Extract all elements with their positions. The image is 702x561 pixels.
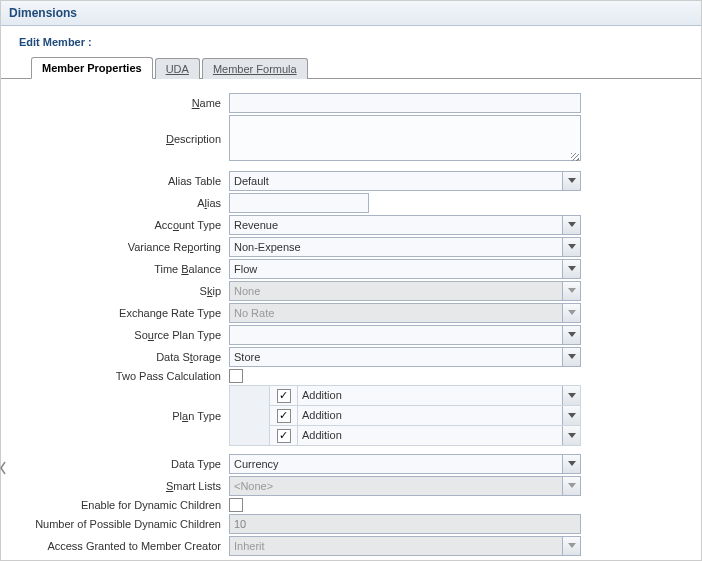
label-time-balance: Time Balance: [9, 263, 229, 275]
chevron-down-icon: [562, 426, 580, 445]
collapse-handle-icon[interactable]: [0, 460, 6, 476]
label-access-granted: Access Granted to Member Creator: [9, 540, 229, 552]
edit-member-prefix: Edit Member :: [19, 36, 92, 48]
label-enable-dynamic: Enable for Dynamic Children: [9, 499, 229, 511]
chevron-down-icon: [562, 348, 580, 366]
tab-member-properties-label: Member Properties: [42, 62, 142, 74]
form-area: Name Description Alias Table Default Ali…: [1, 79, 701, 561]
smart-lists-value: <None>: [230, 477, 562, 495]
chevron-down-icon: [562, 455, 580, 473]
tab-member-formula-label: Member Formula: [213, 63, 297, 75]
num-dynamic-value: 10: [230, 515, 580, 533]
name-input[interactable]: [229, 93, 581, 113]
tab-member-properties[interactable]: Member Properties: [31, 57, 153, 79]
enable-dynamic-checkbox[interactable]: [229, 498, 243, 512]
source-plan-type-value: [230, 326, 562, 344]
chevron-down-icon: [562, 172, 580, 190]
plan-row-checkbox[interactable]: [277, 389, 291, 403]
variance-reporting-value: Non-Expense: [230, 238, 562, 256]
exchange-rate-value: No Rate: [230, 304, 562, 322]
label-exchange-rate: Exchange Rate Type: [9, 307, 229, 319]
chevron-down-icon: [562, 386, 580, 405]
account-type-select[interactable]: Revenue: [229, 215, 581, 235]
data-storage-value: Store: [230, 348, 562, 366]
tab-member-formula[interactable]: Member Formula: [202, 58, 308, 79]
plan-row-select[interactable]: Addition: [298, 406, 580, 425]
label-description: Description: [9, 133, 229, 145]
chevron-down-icon: [562, 260, 580, 278]
tab-uda[interactable]: UDA: [155, 58, 200, 79]
data-type-select[interactable]: Currency: [229, 454, 581, 474]
plan-row-select[interactable]: Addition: [298, 386, 580, 405]
time-balance-select[interactable]: Flow: [229, 259, 581, 279]
subheader: Edit Member :: [1, 26, 701, 56]
source-plan-type-select[interactable]: [229, 325, 581, 345]
label-alias-table: Alias Table: [9, 175, 229, 187]
chevron-down-icon: [562, 406, 580, 425]
chevron-down-icon: [562, 477, 580, 495]
data-storage-select[interactable]: Store: [229, 347, 581, 367]
page-header: Dimensions: [1, 1, 701, 26]
tab-uda-label: UDA: [166, 63, 189, 75]
page-title: Dimensions: [9, 6, 77, 20]
two-pass-checkbox[interactable]: [229, 369, 243, 383]
alias-table-value: Default: [230, 172, 562, 190]
access-granted-value: Inherit: [230, 537, 562, 555]
label-alias: Alias: [9, 197, 229, 209]
plan-row: Addition: [230, 386, 581, 406]
label-num-dynamic: Number of Possible Dynamic Children: [9, 518, 229, 530]
description-input[interactable]: [229, 115, 581, 161]
label-name: Name: [9, 97, 229, 109]
label-smart-lists: Smart Lists: [9, 480, 229, 492]
plan-row: Addition: [230, 426, 581, 446]
chevron-down-icon: [562, 216, 580, 234]
access-granted-select: Inherit: [229, 536, 581, 556]
label-source-plan-type: Source Plan Type: [9, 329, 229, 341]
chevron-down-icon: [562, 238, 580, 256]
plan-icon-cell: [230, 386, 270, 446]
data-type-value: Currency: [230, 455, 562, 473]
time-balance-value: Flow: [230, 260, 562, 278]
skip-select: None: [229, 281, 581, 301]
label-account-type: Account Type: [9, 219, 229, 231]
plan-type-table: Addition Addition: [229, 385, 581, 446]
plan-row-select[interactable]: Addition: [298, 426, 580, 445]
smart-lists-select: <None>: [229, 476, 581, 496]
plan-row-checkbox[interactable]: [277, 429, 291, 443]
chevron-down-icon: [562, 326, 580, 344]
plan-row-value: Addition: [298, 386, 562, 405]
chevron-down-icon: [562, 282, 580, 300]
plan-row: Addition: [230, 406, 581, 426]
variance-reporting-select[interactable]: Non-Expense: [229, 237, 581, 257]
label-plan-type: Plan Type: [9, 410, 229, 422]
num-dynamic-field: 10: [229, 514, 581, 534]
label-two-pass: Two Pass Calculation: [9, 370, 229, 382]
plan-row-value: Addition: [298, 406, 562, 425]
account-type-value: Revenue: [230, 216, 562, 234]
label-skip: Skip: [9, 285, 229, 297]
label-variance-reporting: Variance Reporting: [9, 241, 229, 253]
alias-input[interactable]: [229, 193, 369, 213]
tab-strip: Member Properties UDA Member Formula: [1, 56, 701, 79]
label-data-storage: Data Storage: [9, 351, 229, 363]
chevron-down-icon: [562, 304, 580, 322]
skip-value: None: [230, 282, 562, 300]
plan-row-value: Addition: [298, 426, 562, 445]
chevron-down-icon: [562, 537, 580, 555]
label-data-type: Data Type: [9, 458, 229, 470]
exchange-rate-select: No Rate: [229, 303, 581, 323]
plan-row-checkbox[interactable]: [277, 409, 291, 423]
alias-table-select[interactable]: Default: [229, 171, 581, 191]
